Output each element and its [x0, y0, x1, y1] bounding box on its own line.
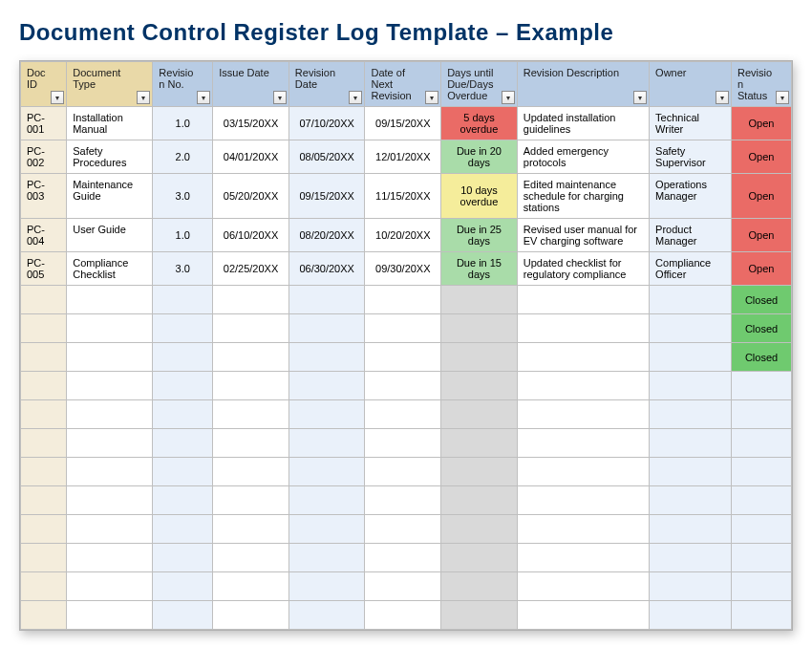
cell[interactable] [732, 572, 792, 601]
cell[interactable]: Compliance Officer [650, 252, 732, 286]
cell[interactable]: Open [732, 174, 792, 219]
filter-dropdown-icon[interactable] [349, 91, 362, 104]
cell[interactable] [288, 601, 365, 630]
cell[interactable] [21, 314, 67, 343]
cell[interactable] [441, 486, 518, 515]
cell[interactable] [732, 515, 792, 544]
cell[interactable]: 09/15/20XX [288, 174, 365, 219]
cell[interactable]: PC-004 [21, 219, 67, 252]
cell[interactable] [441, 458, 518, 486]
cell[interactable] [441, 286, 518, 314]
cell[interactable]: 04/01/20XX [213, 140, 289, 174]
cell[interactable]: Revised user manual for EV charging soft… [517, 219, 649, 252]
cell[interactable] [365, 372, 441, 400]
cell[interactable] [517, 544, 649, 572]
cell[interactable] [67, 486, 153, 515]
cell[interactable]: PC-003 [21, 174, 67, 219]
filter-dropdown-icon[interactable] [273, 91, 287, 104]
cell[interactable] [67, 601, 153, 630]
cell[interactable] [288, 458, 365, 486]
cell[interactable]: 1.0 [153, 107, 213, 140]
cell[interactable]: Due in 25 days [441, 219, 518, 252]
cell[interactable] [21, 544, 67, 572]
cell[interactable] [732, 458, 792, 486]
filter-dropdown-icon[interactable] [425, 91, 438, 104]
cell[interactable] [650, 458, 732, 486]
cell[interactable] [365, 572, 441, 601]
cell[interactable] [732, 601, 792, 630]
cell[interactable] [67, 314, 153, 343]
cell[interactable]: Maintenance Guide [67, 174, 153, 219]
cell[interactable] [67, 343, 153, 372]
cell[interactable] [153, 515, 213, 544]
cell[interactable] [153, 314, 213, 343]
cell[interactable] [365, 544, 441, 572]
cell[interactable] [288, 400, 365, 429]
cell[interactable] [650, 486, 732, 515]
cell[interactable] [67, 544, 153, 572]
cell[interactable]: 06/10/20XX [213, 219, 289, 252]
cell[interactable]: Product Manager [650, 219, 732, 252]
cell[interactable] [153, 544, 213, 572]
cell[interactable] [153, 343, 213, 372]
cell[interactable] [650, 601, 732, 630]
cell[interactable] [153, 572, 213, 601]
cell[interactable] [441, 515, 518, 544]
cell[interactable] [732, 372, 792, 400]
cell[interactable]: Updated installation guidelines [517, 107, 649, 140]
cell[interactable]: PC-001 [21, 107, 67, 140]
cell[interactable] [213, 286, 289, 314]
cell[interactable]: 07/10/20XX [288, 107, 365, 140]
cell[interactable] [650, 572, 732, 601]
cell[interactable] [21, 572, 67, 601]
cell[interactable] [153, 286, 213, 314]
cell[interactable] [650, 372, 732, 400]
cell[interactable]: Edited maintenance schedule for charging… [517, 174, 649, 219]
cell[interactable] [365, 343, 441, 372]
cell[interactable] [21, 601, 67, 630]
cell[interactable]: 5 days overdue [441, 107, 518, 140]
cell[interactable] [67, 429, 153, 458]
cell[interactable] [650, 343, 732, 372]
cell[interactable] [288, 286, 365, 314]
cell[interactable] [650, 400, 732, 429]
filter-dropdown-icon[interactable] [137, 91, 150, 104]
cell[interactable] [288, 314, 365, 343]
filter-dropdown-icon[interactable] [776, 91, 789, 104]
cell[interactable]: Open [732, 107, 792, 140]
cell[interactable] [517, 286, 649, 314]
cell[interactable]: Operations Manager [650, 174, 732, 219]
cell[interactable]: Installation Manual [67, 107, 153, 140]
cell[interactable] [21, 286, 67, 314]
cell[interactable] [365, 486, 441, 515]
cell[interactable] [21, 429, 67, 458]
cell[interactable]: 12/01/20XX [365, 140, 441, 174]
cell[interactable] [517, 429, 649, 458]
cell[interactable]: Added emergency protocols [517, 140, 649, 174]
cell[interactable]: Due in 20 days [441, 140, 518, 174]
cell[interactable]: 10/20/20XX [365, 219, 441, 252]
cell[interactable] [441, 601, 518, 630]
cell[interactable]: 11/15/20XX [365, 174, 441, 219]
cell[interactable] [213, 572, 289, 601]
cell[interactable]: Compliance Checklist [67, 252, 153, 286]
cell[interactable]: Closed [732, 286, 792, 314]
cell[interactable]: PC-002 [21, 140, 67, 174]
cell[interactable] [517, 601, 649, 630]
cell[interactable]: 3.0 [153, 174, 213, 219]
cell[interactable] [288, 343, 365, 372]
cell[interactable] [732, 486, 792, 515]
filter-dropdown-icon[interactable] [633, 91, 647, 104]
cell[interactable] [153, 372, 213, 400]
cell[interactable] [650, 429, 732, 458]
cell[interactable] [650, 515, 732, 544]
cell[interactable]: Open [732, 219, 792, 252]
cell[interactable] [650, 286, 732, 314]
cell[interactable] [153, 601, 213, 630]
cell[interactable] [21, 400, 67, 429]
cell[interactable] [288, 372, 365, 400]
cell[interactable] [213, 343, 289, 372]
cell[interactable] [441, 429, 518, 458]
cell[interactable]: Closed [732, 343, 792, 372]
cell[interactable] [213, 372, 289, 400]
